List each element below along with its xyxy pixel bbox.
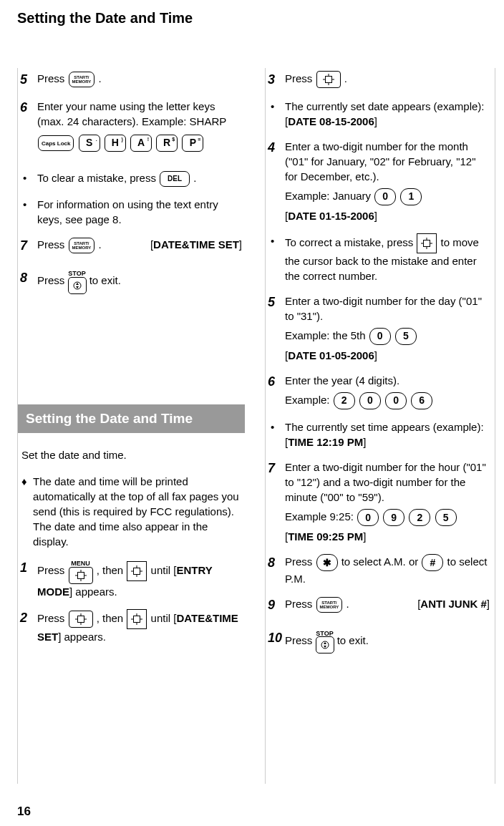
label: DATE 01-05-2006: [288, 349, 374, 361]
right-bullet-2: • To correct a mistake, press to move th…: [268, 233, 490, 283]
left-bullet-clear: • To clear a mistake, press DEL .: [20, 170, 242, 187]
text: to exit.: [89, 275, 121, 287]
text: Press: [37, 72, 68, 84]
start-memory-key-icon: START/MEMORY: [69, 72, 95, 87]
menu-key-icon: MENU: [68, 559, 94, 584]
text: Enter a two-digit number for the hour ("…: [285, 460, 490, 505]
text: Example: January: [285, 190, 374, 202]
label: DATE&TIME SET: [153, 238, 239, 251]
letter-keys-example: Caps Lock S. H) A! R$ P=: [37, 135, 242, 152]
label: TIME 09:25 PM: [288, 530, 363, 543]
right-step-7: 7 Enter a two-digit number for the hour …: [268, 460, 490, 544]
right-step-9: 9 Press START/MEMORY . [ANTI JUNK #]: [268, 596, 490, 614]
right-bullet-3: • The currently set time appears (exampl…: [268, 419, 490, 450]
text: ]: [363, 436, 366, 448]
digit-6-key-icon: 6: [411, 392, 432, 409]
text: ] appears.: [58, 631, 106, 643]
digit-0-key-icon: 0: [369, 328, 391, 345]
left-bullet-info: • For information on using the text entr…: [20, 197, 242, 227]
left-step-6: 6 Enter your name using the letter keys …: [20, 99, 242, 160]
text: ] appears.: [69, 586, 117, 598]
text: Example:: [285, 394, 333, 406]
start-memory-key-icon: START/MEMORY: [316, 597, 343, 613]
right-step-4: 4 Enter a two-digit number for the month…: [268, 139, 490, 223]
left-diamond-note: ♦ The date and time will be printed auto…: [20, 474, 242, 549]
text: Enter the year (4 digits).: [285, 373, 490, 388]
right-step-6: 6 Enter the year (4 digits). Example: 2 …: [268, 373, 490, 409]
text: .: [98, 72, 101, 84]
caps-lock-key-icon: Caps Lock: [38, 135, 74, 151]
star-key-icon: ✱: [316, 554, 338, 571]
text: To clear a mistake, press: [37, 172, 159, 184]
text: Enter a two-digit number for the day ("0…: [285, 293, 490, 324]
letter-r-key-icon: R$: [156, 135, 178, 152]
right-step-8: 8 Press ✱ to select A.M. or # to select …: [268, 554, 490, 586]
label: DATE 08-15-2006: [288, 115, 374, 127]
digit-2-key-icon: 2: [409, 509, 430, 526]
digit-5-key-icon: 5: [435, 509, 457, 526]
text: , then: [97, 612, 127, 624]
left-step-1: 1 Press MENU , then until [ENTRY MODE] a…: [20, 559, 242, 599]
left-column: 5 Press START/MEMORY . 6 Enter your name…: [17, 68, 248, 664]
text: To correct a mistake, press: [285, 236, 416, 248]
enter-key-icon: [316, 71, 341, 88]
left-step-7: 7 Press START/MEMORY . [DATE&TIME SET]: [20, 237, 242, 255]
label: ANTI JUNK #: [420, 598, 487, 610]
text: ]: [374, 115, 377, 127]
stop-key-icon: STOP: [316, 629, 334, 654]
digit-2-key-icon: 2: [334, 392, 355, 409]
content-columns: 5 Press START/MEMORY . 6 Enter your name…: [0, 26, 504, 664]
text: .: [193, 172, 196, 184]
section-heading: Setting the Date and Time: [17, 404, 245, 433]
digit-0-key-icon: 0: [385, 392, 407, 409]
text: .: [346, 598, 349, 610]
text: to exit.: [337, 634, 369, 646]
digit-5-key-icon: 5: [395, 328, 417, 345]
text: Enter a two-digit number for the month (…: [285, 139, 490, 184]
text: Press: [37, 612, 68, 624]
text: .: [98, 238, 101, 251]
digit-9-key-icon: 9: [383, 509, 404, 526]
digit-0-key-icon: 0: [357, 509, 379, 526]
letter-a-key-icon: A!: [130, 135, 152, 152]
text: Press: [285, 72, 316, 84]
label: TIME 12:19 PM: [288, 436, 363, 448]
text: Press: [37, 238, 68, 251]
right-step-5: 5 Enter a two-digit number for the day (…: [268, 293, 490, 363]
text: Press: [285, 634, 316, 646]
start-memory-key-icon: START/MEMORY: [69, 238, 95, 253]
text: Example: the 5th: [285, 329, 369, 341]
text: Press: [37, 275, 68, 287]
intro-text: Set the date and time.: [20, 447, 242, 462]
right-step-10: 10 Press STOP to exit.: [268, 629, 490, 654]
page-number: 16: [17, 805, 31, 819]
hash-key-icon: #: [422, 554, 443, 571]
text: Example 9:25:: [285, 510, 357, 523]
arrow-key-icon: [417, 233, 437, 253]
text: until [: [151, 612, 177, 624]
arrow-key-icon: [127, 561, 147, 581]
digit-0-key-icon: 0: [374, 188, 396, 205]
left-step-5: 5 Press START/MEMORY .: [20, 71, 242, 89]
text: to select A.M. or: [341, 555, 422, 568]
right-step-3: 3 Press .: [268, 71, 490, 89]
text: Press: [285, 555, 316, 568]
letter-p-key-icon: P=: [182, 135, 203, 152]
del-key-icon: DEL: [160, 171, 190, 187]
text: Enter your name using the letter keys (m…: [37, 100, 226, 127]
letter-h-key-icon: H): [105, 135, 126, 152]
letter-s-key-icon: S.: [79, 135, 100, 152]
left-step-8: 8 Press STOP to exit.: [20, 269, 242, 294]
text: .: [344, 72, 347, 84]
enter-key-icon: [69, 611, 93, 628]
digit-1-key-icon: 1: [400, 188, 422, 205]
arrow-key-icon: [127, 609, 147, 629]
text: until [: [151, 564, 177, 576]
left-step-2: 2 Press , then until [DATE&TIME SET] app…: [20, 609, 242, 644]
digit-0-key-icon: 0: [359, 392, 381, 409]
page-title: Setting the Date and Time: [0, 0, 504, 26]
stop-key-icon: STOP: [68, 269, 87, 294]
text: , then: [97, 564, 127, 576]
text: Press: [37, 564, 68, 576]
text: Press: [285, 598, 316, 610]
